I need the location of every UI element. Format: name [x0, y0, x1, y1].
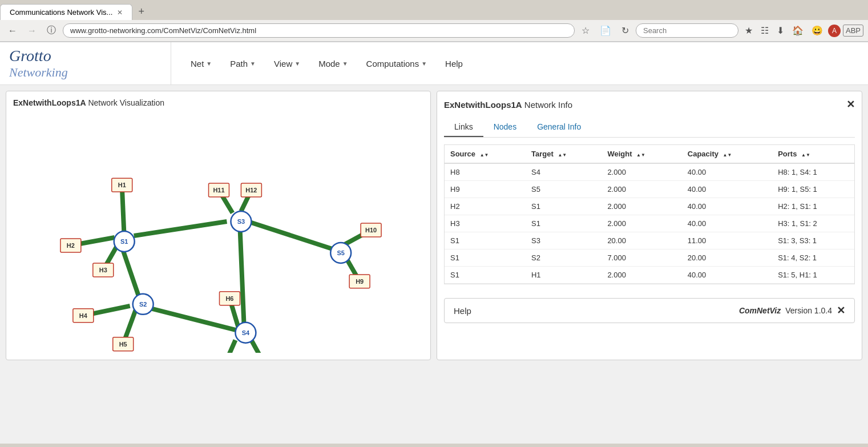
- svg-text:S4: S4: [242, 329, 250, 336]
- table-header-row: Source ▲▼ Target ▲▼ Weight ▲▼ Capacity ▲…: [445, 145, 854, 163]
- info-panel-close-button[interactable]: ✕: [846, 98, 855, 111]
- cell-source: H9: [445, 181, 526, 198]
- target-sort-arrows: ▲▼: [558, 153, 567, 158]
- menu-computations-arrow: ▼: [421, 61, 427, 67]
- svg-text:S2: S2: [139, 301, 147, 308]
- info-title-rest: Network Info: [522, 100, 572, 110]
- cell-source: S1: [445, 249, 526, 267]
- menu-mode[interactable]: Mode ▼: [310, 53, 356, 74]
- app-header: Grotto Networking Net ▼ Path ▼ View ▼ Mo…: [0, 42, 868, 85]
- search-input[interactable]: [636, 23, 738, 38]
- app-container: Grotto Networking Net ▼ Path ▼ View ▼ Mo…: [0, 42, 868, 444]
- cell-target: S2: [526, 249, 601, 267]
- menu-path-arrow: ▼: [250, 61, 256, 67]
- svg-text:H3: H3: [99, 267, 107, 273]
- help-bar-close-button[interactable]: ✕: [837, 304, 845, 317]
- back-button[interactable]: ←: [5, 23, 21, 38]
- tab-nodes[interactable]: Nodes: [483, 118, 527, 137]
- home-icon[interactable]: 🏠: [789, 23, 806, 38]
- cell-capacity: 20.00: [682, 249, 772, 267]
- reader-button[interactable]: 📄: [596, 23, 615, 38]
- new-tab-button[interactable]: +: [132, 3, 150, 20]
- links-table-wrapper[interactable]: Source ▲▼ Target ▲▼ Weight ▲▼ Capacity ▲…: [444, 144, 855, 284]
- tab-bar: Communications Network Vis... ✕ +: [0, 0, 868, 20]
- col-ports[interactable]: Ports ▲▼: [772, 145, 854, 163]
- cell-weight: 7.000: [601, 249, 681, 267]
- download-icon[interactable]: ⬇: [774, 23, 787, 38]
- info-title-bold: ExNetwithLoops1A: [444, 100, 522, 110]
- nav-icons: ★ ☷ ⬇ 🏠 😀 A ABP: [742, 23, 863, 38]
- table-row: H8S42.00040.00H8: 1, S4: 1: [445, 163, 854, 181]
- forward-button[interactable]: →: [24, 23, 40, 38]
- svg-text:H5: H5: [119, 341, 127, 348]
- table-row: S1S27.00020.00S1: 4, S2: 1: [445, 249, 854, 267]
- svg-line-4: [134, 222, 227, 236]
- info-button[interactable]: ⓘ: [43, 22, 59, 39]
- adblock-icon[interactable]: ABP: [843, 25, 863, 37]
- url-bar[interactable]: www.grotto-networking.com/ComNetViz/ComN…: [63, 23, 575, 38]
- menu-mode-label: Mode: [318, 59, 340, 69]
- reload-button[interactable]: ↻: [618, 23, 632, 38]
- cell-ports: S1: 3, S3: 1: [772, 232, 854, 249]
- col-weight[interactable]: Weight ▲▼: [601, 145, 681, 163]
- menu-path[interactable]: Path ▼: [222, 53, 264, 74]
- info-panel: ExNetwithLoops1A Network Info ✕ Links No…: [437, 91, 862, 360]
- cell-ports: H9: 1, S5: 1: [772, 181, 854, 198]
- cell-capacity: 40.00: [682, 215, 772, 232]
- menu-view-label: View: [274, 59, 292, 69]
- menu-computations[interactable]: Computations ▼: [358, 53, 435, 74]
- version-number: Version 1.0.4: [785, 306, 832, 315]
- svg-text:H9: H9: [356, 278, 364, 285]
- table-row: S1H12.00040.00S1: 5, H1: 1: [445, 267, 854, 284]
- table-row: H3S12.00040.00H3: 1, S1: 2: [445, 215, 854, 232]
- cell-target: S1: [526, 198, 601, 215]
- links-table: Source ▲▼ Target ▲▼ Weight ▲▼ Capacity ▲…: [445, 145, 854, 284]
- bookmark-button[interactable]: ☆: [578, 23, 593, 38]
- network-svg: H1 H2 H3 H4 H5 H6: [13, 113, 423, 353]
- menu-path-label: Path: [230, 59, 248, 69]
- menu-net[interactable]: Net ▼: [183, 53, 220, 74]
- cell-target: S3: [526, 232, 601, 249]
- version-app-name: ComNetViz: [739, 306, 781, 315]
- cell-ports: H3: 1, S1: 2: [772, 215, 854, 232]
- menu-view[interactable]: View ▼: [266, 53, 308, 74]
- logo-subtitle: Networking: [9, 65, 162, 80]
- cell-source: S1: [445, 232, 526, 249]
- col-source[interactable]: Source ▲▼: [445, 145, 526, 163]
- table-row: S1S320.0011.00S1: 3, S3: 1: [445, 232, 854, 249]
- svg-text:H1: H1: [118, 182, 126, 188]
- star-icon[interactable]: ★: [742, 23, 756, 38]
- menu-bar: Net ▼ Path ▼ View ▼ Mode ▼ Computations …: [171, 53, 482, 74]
- menu-help[interactable]: Help: [437, 53, 471, 74]
- user-icon[interactable]: 😀: [809, 23, 826, 38]
- help-bar-title: Help: [454, 306, 471, 316]
- cell-ports: H8: 1, S4: 1: [772, 163, 854, 181]
- cell-target: S5: [526, 181, 601, 198]
- url-path: /ComNetViz/ComNetViz.html: [162, 26, 256, 35]
- grid-icon[interactable]: ☷: [758, 23, 772, 38]
- url-domain: www.grotto-networking.com/ComNetViz/ComN…: [70, 26, 256, 35]
- svg-text:S1: S1: [120, 238, 128, 245]
- svg-text:S3: S3: [237, 218, 245, 225]
- active-tab[interactable]: Communications Network Vis... ✕: [0, 4, 132, 20]
- network-canvas[interactable]: H1 H2 H3 H4 H5 H6: [13, 113, 423, 353]
- menu-help-label: Help: [445, 59, 463, 69]
- table-row: H2S12.00040.00H2: 1, S1: 1: [445, 198, 854, 215]
- cell-target: H1: [526, 267, 601, 284]
- col-target[interactable]: Target ▲▼: [526, 145, 601, 163]
- col-capacity[interactable]: Capacity ▲▼: [682, 145, 772, 163]
- tab-links[interactable]: Links: [444, 118, 483, 137]
- tab-general-info[interactable]: General Info: [527, 118, 591, 137]
- logo-title: Grotto: [9, 47, 162, 65]
- account-icon[interactable]: A: [828, 25, 841, 37]
- source-sort-arrows: ▲▼: [480, 153, 489, 158]
- cell-source: H2: [445, 198, 526, 215]
- svg-line-13: [221, 340, 235, 353]
- svg-text:H12: H12: [245, 187, 257, 194]
- capacity-sort-arrows: ▲▼: [723, 153, 732, 158]
- help-bar: Help ComNetViz Version 1.0.4 ✕: [444, 298, 855, 323]
- browser-chrome: Communications Network Vis... ✕ + ← → ⓘ …: [0, 0, 868, 42]
- tab-close-button[interactable]: ✕: [117, 9, 123, 17]
- cell-source: H8: [445, 163, 526, 181]
- svg-line-0: [122, 186, 124, 237]
